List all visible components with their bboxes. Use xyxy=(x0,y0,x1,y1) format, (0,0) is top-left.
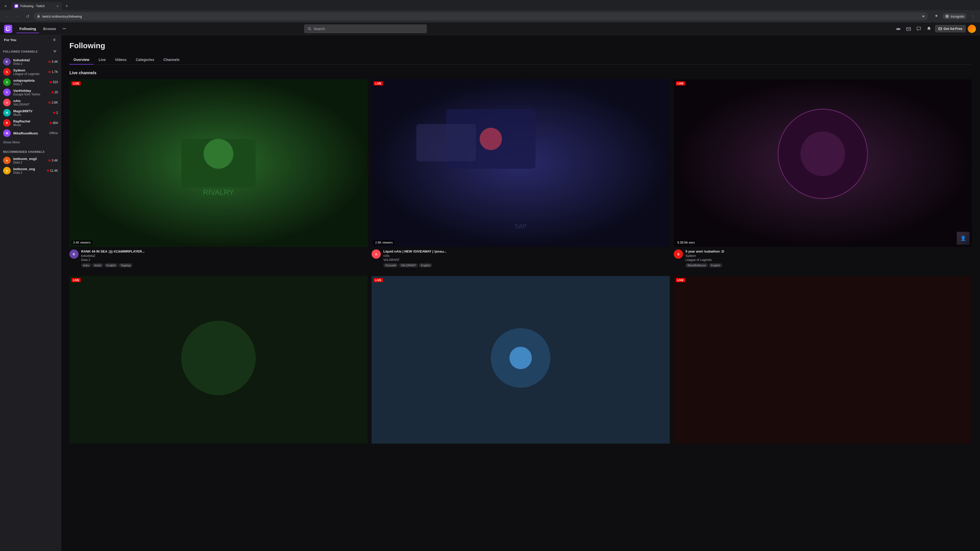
stream-thumbnail: LIVE xyxy=(674,276,972,444)
stream-game[interactable]: League of Legends xyxy=(686,258,972,262)
channel-item[interactable]: M Magic899TV Music 2 xyxy=(0,108,61,118)
channel-name: RayRachel xyxy=(13,119,47,123)
channel-info: VanHoliday Escape from Tarkov xyxy=(13,89,49,96)
channel-item[interactable]: R RayRachel Music 804 xyxy=(0,118,61,128)
channel-info: kukudota2 Dota 2 xyxy=(13,58,46,65)
channel-item[interactable]: K kukudota2 Dota 2 3.4K xyxy=(0,57,61,67)
stream-game[interactable]: VALORANT xyxy=(383,258,670,262)
stream-card[interactable]: LIVE xyxy=(674,276,972,444)
channel-viewers: 3.4K xyxy=(48,159,58,162)
channel-item[interactable]: V VanHoliday Escape from Tarkov 25 xyxy=(0,87,61,97)
streamer-avatar[interactable]: K xyxy=(69,249,79,259)
tab-overview[interactable]: Overview xyxy=(69,55,94,64)
channel-info: nAts VALORANT xyxy=(13,99,46,106)
tab-channels[interactable]: Channels xyxy=(159,55,183,64)
browser-toolbar: ← → ↺ Incognito ⋮ xyxy=(0,10,980,22)
incognito-icon xyxy=(945,14,949,18)
search-input[interactable] xyxy=(313,27,423,31)
stream-title: RANK 44 IN SEA :))) #11kMMRPLAYER... xyxy=(81,249,368,253)
channel-info: solapsapdota Dota 2 xyxy=(13,79,47,86)
active-tab[interactable]: Following - Twitch × xyxy=(11,2,62,10)
svg-point-7 xyxy=(204,139,234,169)
ad-free-button[interactable]: Get Ad-Free xyxy=(935,25,966,32)
for-you-item[interactable]: For You xyxy=(1,35,60,44)
whispers-icon[interactable] xyxy=(915,25,923,33)
new-tab-button[interactable]: + xyxy=(63,3,70,10)
stream-channel[interactable]: kukudota2 xyxy=(81,254,368,258)
refresh-button[interactable]: ↺ xyxy=(24,12,32,21)
nav-more-button[interactable]: ••• xyxy=(60,25,68,33)
sort-icon xyxy=(53,49,57,54)
stream-game[interactable]: Dota 2 xyxy=(81,258,368,262)
stream-card[interactable]: LIVE 1.7K viewers 👤 5:30:54 S 5 year ann… xyxy=(674,79,972,270)
thumbnail-art: SAP xyxy=(372,79,670,247)
stream-tags: Русский VALORANT English xyxy=(383,263,670,267)
thumbnail-art: RIVALRY xyxy=(69,79,368,247)
sort-button[interactable] xyxy=(52,48,58,55)
live-badge: LIVE xyxy=(374,278,383,282)
tag[interactable]: BlackBrilliance xyxy=(686,263,708,267)
address-bar[interactable] xyxy=(34,12,928,21)
stream-channel[interactable]: nAts xyxy=(383,254,670,258)
tag[interactable]: English xyxy=(709,263,722,267)
streamer-avatar[interactable]: n xyxy=(372,249,381,259)
tag[interactable]: VALORANT xyxy=(399,263,418,267)
stream-card[interactable]: RIVALRY LIVE 3.4K viewers K RANK 44 IN S… xyxy=(69,79,368,270)
tab-videos[interactable]: Videos xyxy=(111,55,130,64)
tag[interactable]: dota2 xyxy=(92,263,103,267)
stream-info: S 5 year anni !subathon :D Sydeon League… xyxy=(674,247,972,270)
streamer-facecam: 👤 xyxy=(956,232,970,245)
forward-button[interactable]: → xyxy=(13,12,21,21)
channel-item[interactable]: b betboom_eng Dota 2 11.4K xyxy=(0,165,61,176)
notifications-icon[interactable] xyxy=(925,25,933,33)
sidebar: For You FOLLOWED CHANNELS xyxy=(0,35,61,551)
tag[interactable]: English xyxy=(419,263,432,267)
crown-icon xyxy=(896,26,901,32)
channel-name: nAts xyxy=(13,99,46,103)
stream-channel[interactable]: Sydeon xyxy=(686,254,972,258)
channel-item[interactable]: S Sydeon League of Legends 1.7K xyxy=(0,67,61,77)
stream-card[interactable]: SAP LIVE 2.8K viewers n Liquid nAts | NE… xyxy=(372,79,670,270)
nav-tab-following[interactable]: Following xyxy=(16,25,39,33)
app-header: Following Browse ••• xyxy=(0,22,980,35)
twitch-logo[interactable] xyxy=(4,25,12,33)
user-avatar[interactable] xyxy=(968,25,976,33)
back-button[interactable]: ← xyxy=(3,12,11,21)
streams-grid: RIVALRY LIVE 3.4K viewers K RANK 44 IN S… xyxy=(69,79,972,270)
incognito-button[interactable]: Incognito xyxy=(942,13,967,19)
tag[interactable]: Tagalog xyxy=(119,263,133,267)
page-title: Following xyxy=(69,41,972,50)
address-input[interactable] xyxy=(42,14,920,18)
channel-item[interactable]: b betboom_eng2 Dota 2 3.4K xyxy=(0,156,61,165)
live-badge: LIVE xyxy=(72,278,81,282)
star-icon[interactable] xyxy=(921,14,925,18)
tab-list-button[interactable] xyxy=(2,3,9,10)
extensions-icon[interactable] xyxy=(932,12,940,21)
stream-card[interactable]: LIVE xyxy=(69,276,368,444)
streamer-avatar[interactable]: S xyxy=(674,249,683,259)
tab-close-button[interactable]: × xyxy=(56,3,59,9)
svg-point-11 xyxy=(479,128,502,150)
mail-icon xyxy=(906,26,911,32)
channel-item[interactable]: M MikaRoseMusic Offline xyxy=(0,128,61,138)
collapse-sidebar-button[interactable] xyxy=(51,37,57,43)
channel-item[interactable]: n nAts VALORANT 2.8K xyxy=(0,97,61,108)
inbox-icon[interactable] xyxy=(904,25,913,33)
avatar-circle: V xyxy=(3,89,11,96)
tag[interactable]: English xyxy=(104,263,118,267)
stream-meta: 5 year anni !subathon :D Sydeon League o… xyxy=(686,249,972,267)
channel-item[interactable]: S solapsapdota Dota 2 523 xyxy=(0,77,61,87)
tab-live[interactable]: Live xyxy=(94,55,110,64)
prime-icon[interactable] xyxy=(894,25,902,33)
tab-nav-left xyxy=(2,3,9,10)
tag[interactable]: Русский xyxy=(383,263,398,267)
nav-tab-browse[interactable]: Browse xyxy=(40,25,59,33)
stream-card[interactable]: LIVE xyxy=(372,276,670,444)
more-button[interactable]: ⋮ xyxy=(969,12,977,21)
tag[interactable]: kuku xyxy=(81,263,91,267)
show-more-button[interactable]: Show More xyxy=(0,138,61,146)
tab-title: Following - Twitch xyxy=(21,4,54,8)
live-indicator xyxy=(53,112,55,114)
search-box[interactable] xyxy=(304,24,427,33)
tab-categories[interactable]: Categories xyxy=(132,55,158,64)
